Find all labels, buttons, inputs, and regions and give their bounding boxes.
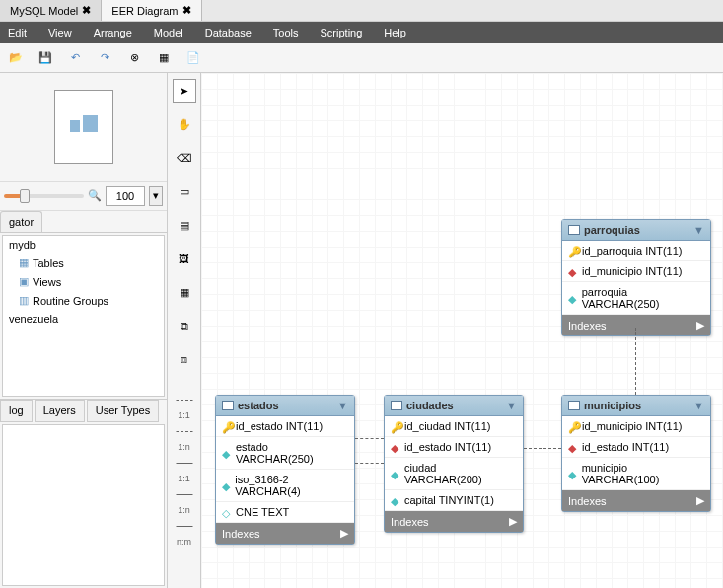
table-column[interactable]: ◆id_estado INT(11) xyxy=(562,437,710,458)
table-column[interactable]: ◆ciudad VARCHAR(200) xyxy=(385,458,523,490)
table-header[interactable]: municipios ▼ xyxy=(562,396,710,416)
pointer-tool[interactable]: ➤ xyxy=(173,79,196,103)
grid-icon[interactable]: ⊗ xyxy=(124,48,144,68)
navigator-tab[interactable]: gator xyxy=(0,211,42,232)
table-tool[interactable]: ▦ xyxy=(173,280,196,304)
bottom-panel xyxy=(2,424,165,586)
zoom-slider[interactable] xyxy=(4,194,84,198)
relation-municipios-parroquias[interactable] xyxy=(635,328,636,395)
zoom-fit-icon[interactable]: 🔍 xyxy=(88,189,102,202)
rel-n-m-tool[interactable] xyxy=(176,525,193,527)
diagram-thumbnail[interactable] xyxy=(0,73,167,182)
tab-user-types[interactable]: User Types xyxy=(87,400,159,422)
tab-layers[interactable]: Layers xyxy=(35,400,85,422)
collapse-icon[interactable]: ▼ xyxy=(337,400,348,411)
table-column[interactable]: ◆iso_3166-2 VARCHAR(4) xyxy=(216,470,354,502)
table-column[interactable]: ◇CNE TEXT xyxy=(216,502,354,523)
table-column[interactable]: 🔑id_parroquia INT(11) xyxy=(562,241,710,261)
tab-mysql-model[interactable]: MySQL Model ✖ xyxy=(0,0,102,21)
bottom-tabs: log Layers User Types xyxy=(0,399,167,422)
tree-item-views[interactable]: ▣Views xyxy=(3,272,164,291)
table-title: estados xyxy=(238,400,279,411)
routine-icon: ▥ xyxy=(19,294,29,307)
rel-1-n-id-tool[interactable] xyxy=(176,493,193,495)
view-icon: ▣ xyxy=(19,275,29,288)
col-icon: ◆ xyxy=(222,480,231,490)
hand-tool[interactable]: ✋ xyxy=(173,112,196,136)
view-tool[interactable]: ⧉ xyxy=(173,314,196,337)
table-indexes[interactable]: Indexes▶ xyxy=(216,523,354,544)
rel-1-1-id-label: 1:1 xyxy=(178,474,190,483)
open-icon[interactable]: 📂 xyxy=(6,48,26,68)
table-ciudades[interactable]: ciudades ▼ 🔑id_ciudad INT(11) ◆id_estado… xyxy=(384,395,524,533)
relation-estados-ciudades[interactable] xyxy=(355,438,384,439)
catalog-tree: mydb ▦Tables ▣Views ▥Routine Groups vene… xyxy=(2,235,165,397)
tree-item-venezuela[interactable]: venezuela xyxy=(3,310,164,328)
menu-tools[interactable]: Tools xyxy=(269,25,303,40)
menu-scripting[interactable]: Scripting xyxy=(317,25,367,40)
eraser-tool[interactable]: ⌫ xyxy=(173,146,196,170)
menu-model[interactable]: Model xyxy=(150,25,187,40)
note-tool[interactable]: ▤ xyxy=(173,213,196,237)
diagram-tools: ➤ ✋ ⌫ ▭ ▤ 🖼 ▦ ⧉ ⧈ 1:1 1:n 1:1 1:n n:m xyxy=(168,73,201,588)
pk-icon: 🔑 xyxy=(222,421,232,431)
undo-icon[interactable]: ↶ xyxy=(65,48,85,68)
table-column[interactable]: ◆estado VARCHAR(250) xyxy=(216,437,354,470)
collapse-icon[interactable]: ▼ xyxy=(693,400,704,411)
rel-1-n-id-label: 1:n xyxy=(178,505,190,515)
note-icon[interactable]: 📄 xyxy=(183,48,203,68)
diagram-canvas[interactable]: estados ▼ 🔑id_estado INT(11) ◆estado VAR… xyxy=(201,73,723,588)
table-column[interactable]: ◆id_municipio INT(11) xyxy=(562,261,710,282)
rel-1-1-tool[interactable] xyxy=(176,399,193,401)
table-header[interactable]: estados ▼ xyxy=(216,396,354,416)
image-tool[interactable]: 🖼 xyxy=(173,247,196,270)
relation-estados-ciudades-2[interactable] xyxy=(355,463,384,464)
expand-icon: ▶ xyxy=(340,527,348,540)
menu-view[interactable]: View xyxy=(44,25,76,40)
tab-eer-diagram[interactable]: EER Diagram ✖ xyxy=(102,0,201,21)
rel-1-n-tool[interactable] xyxy=(176,430,193,432)
tree-item-routines[interactable]: ▥Routine Groups xyxy=(3,291,164,310)
tree-item-tables[interactable]: ▦Tables xyxy=(3,254,164,272)
close-icon[interactable]: ✖ xyxy=(82,4,91,17)
col-icon: ◆ xyxy=(222,448,232,458)
navigator-panel: 🔍 ▾ gator mydb ▦Tables ▣Views ▥Routine G… xyxy=(0,73,168,588)
close-icon[interactable]: ✖ xyxy=(182,4,191,17)
menu-database[interactable]: Database xyxy=(201,25,255,40)
table-municipios[interactable]: municipios ▼ 🔑id_municipio INT(11) ◆id_e… xyxy=(561,395,711,512)
table-header[interactable]: ciudades ▼ xyxy=(385,396,523,416)
collapse-icon[interactable]: ▼ xyxy=(693,224,704,236)
layer-tool[interactable]: ▭ xyxy=(173,180,196,203)
table-column[interactable]: 🔑id_ciudad INT(11) xyxy=(385,416,523,437)
table-indexes[interactable]: Indexes▶ xyxy=(562,315,710,335)
table-icon xyxy=(568,225,580,235)
table-indexes[interactable]: Indexes▶ xyxy=(562,490,710,511)
table-icon: ▦ xyxy=(19,257,29,269)
align-icon[interactable]: ▦ xyxy=(154,48,174,68)
tree-item-mydb[interactable]: mydb xyxy=(3,236,164,254)
table-indexes[interactable]: Indexes▶ xyxy=(385,511,523,532)
relation-ciudades-municipios[interactable] xyxy=(524,448,561,449)
document-tabs: MySQL Model ✖ EER Diagram ✖ xyxy=(0,0,723,22)
collapse-icon[interactable]: ▼ xyxy=(506,400,517,411)
zoom-input[interactable] xyxy=(106,186,145,206)
rel-1-1-id-tool[interactable] xyxy=(176,462,193,464)
table-column[interactable]: ◆parroquia VARCHAR(250) xyxy=(562,282,710,315)
redo-icon[interactable]: ↷ xyxy=(95,48,114,68)
table-estados[interactable]: estados ▼ 🔑id_estado INT(11) ◆estado VAR… xyxy=(215,395,355,545)
routine-tool[interactable]: ⧈ xyxy=(173,347,196,371)
save-icon[interactable]: 💾 xyxy=(36,48,55,68)
menu-arrange[interactable]: Arrange xyxy=(90,25,136,40)
menu-edit[interactable]: Edit xyxy=(4,25,31,40)
tab-log[interactable]: log xyxy=(0,400,33,422)
menu-help[interactable]: Help xyxy=(380,25,410,40)
table-column[interactable]: ◆municipio VARCHAR(100) xyxy=(562,458,710,490)
zoom-dropdown[interactable]: ▾ xyxy=(149,186,163,206)
table-column[interactable]: ◆id_estado INT(11) xyxy=(385,437,523,458)
table-column[interactable]: 🔑id_estado INT(11) xyxy=(216,416,354,437)
table-column[interactable]: 🔑id_municipio INT(11) xyxy=(562,416,710,437)
table-parroquias[interactable]: parroquias ▼ 🔑id_parroquia INT(11) ◆id_m… xyxy=(561,219,711,336)
tab-label: EER Diagram xyxy=(111,5,178,17)
table-header[interactable]: parroquias ▼ xyxy=(562,220,710,241)
table-column[interactable]: ◆capital TINYINT(1) xyxy=(385,490,523,511)
